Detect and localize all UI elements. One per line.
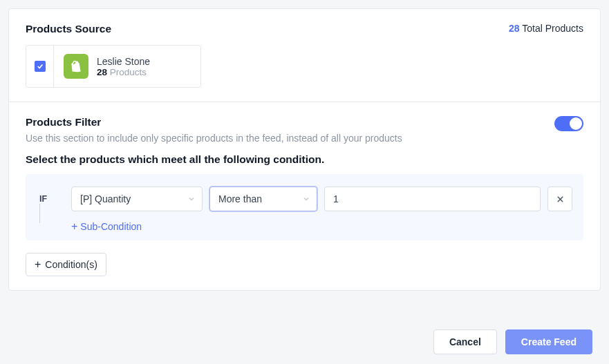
shopify-icon (64, 54, 88, 79)
check-icon (37, 63, 44, 70)
store-meta: 28 Products (97, 67, 150, 77)
add-sub-condition-button[interactable]: + Sub-Condition (71, 221, 142, 232)
cancel-button[interactable]: Cancel (433, 329, 497, 354)
store-count: 28 (97, 67, 107, 77)
footer-actions: Cancel Create Feed (433, 329, 592, 354)
main-panel: Products Source 28 Total Products Leslie… (8, 8, 601, 291)
condition-operator-value: More than (218, 193, 262, 204)
filter-instruction: Select the products which meet all the f… (26, 153, 583, 166)
store-products-label: Products (107, 67, 147, 77)
condition-block: IF [P] Quantity More than + Sub-Conditio… (26, 174, 583, 240)
store-name: Leslie Stone (97, 56, 150, 67)
source-title: Products Source (26, 23, 111, 35)
create-feed-button[interactable]: Create Feed (505, 329, 592, 354)
total-count: 28 (509, 23, 520, 34)
condition-value-input[interactable] (324, 186, 541, 211)
remove-condition-button[interactable] (547, 186, 572, 211)
add-condition-label: Condition(s) (45, 259, 97, 270)
condition-field-select[interactable]: [P] Quantity (71, 186, 203, 211)
toggle-knob (570, 117, 582, 130)
condition-row: IF [P] Quantity More than (37, 186, 572, 211)
close-icon (556, 195, 564, 203)
plus-icon: + (35, 259, 41, 270)
total-products: 28 Total Products (509, 23, 583, 34)
sub-condition-label: Sub-Condition (80, 221, 142, 232)
source-body: Leslie Stone 28 Products (54, 46, 160, 87)
filter-title: Products Filter (26, 116, 554, 128)
chevron-down-icon (188, 193, 195, 204)
condition-operator-select[interactable]: More than (209, 186, 317, 211)
add-condition-button[interactable]: + Condition(s) (26, 253, 106, 276)
chevron-down-icon (303, 193, 310, 204)
filter-description: Use this section to include only specifi… (26, 133, 554, 144)
total-label: Total Products (520, 23, 583, 34)
if-label: IF (37, 194, 64, 204)
source-checkbox-cell[interactable] (26, 46, 54, 87)
source-section: Products Source 28 Total Products Leslie… (9, 9, 600, 102)
condition-field-value: [P] Quantity (80, 193, 131, 204)
source-card[interactable]: Leslie Stone 28 Products (26, 45, 201, 88)
filter-toggle[interactable] (554, 116, 583, 131)
source-texts: Leslie Stone 28 Products (97, 56, 150, 77)
filter-section: Products Filter Use this section to incl… (9, 102, 600, 290)
plus-icon: + (71, 221, 77, 232)
source-checkbox[interactable] (35, 61, 46, 72)
